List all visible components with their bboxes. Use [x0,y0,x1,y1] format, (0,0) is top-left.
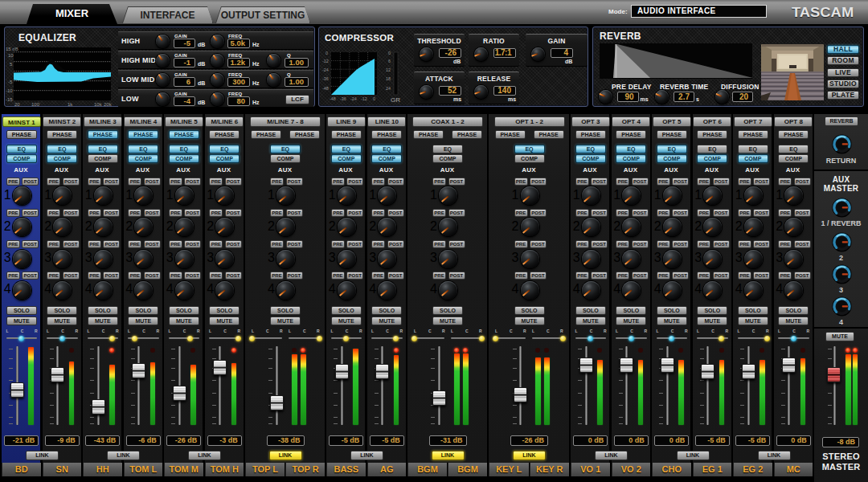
svg-text:0: 0 [326,51,328,55]
svg-text:GR: GR [391,96,400,104]
svg-text:-12: -12 [322,59,329,63]
svg-text:6: 6 [388,59,391,63]
svg-text:10k: 10k [94,102,103,107]
svg-text:20: 20 [14,102,20,107]
svg-text:-15: -15 [6,97,13,102]
svg-text:0: 0 [388,51,391,55]
svg-text:-12: -12 [361,96,367,101]
svg-text:-48: -48 [330,96,336,101]
svg-text:12: 12 [386,67,391,72]
svg-text:-36: -36 [340,96,346,101]
svg-text:-48: -48 [322,86,329,91]
svg-text:-10: -10 [6,88,13,93]
svg-text:24: 24 [386,86,391,91]
svg-text:-24: -24 [350,96,357,101]
svg-text:5: 5 [10,62,13,67]
svg-text:-24: -24 [322,67,329,72]
svg-text:100: 100 [31,102,40,107]
svg-text:10: 10 [8,53,14,58]
svg-text:15 dB: 15 dB [6,47,18,51]
svg-text:20k: 20k [104,102,113,107]
svg-text:-36: -36 [322,76,329,81]
svg-text:18: 18 [386,76,391,81]
svg-text:1k: 1k [68,102,73,107]
svg-text:0: 0 [373,96,375,101]
svg-text:-5: -5 [8,80,13,84]
